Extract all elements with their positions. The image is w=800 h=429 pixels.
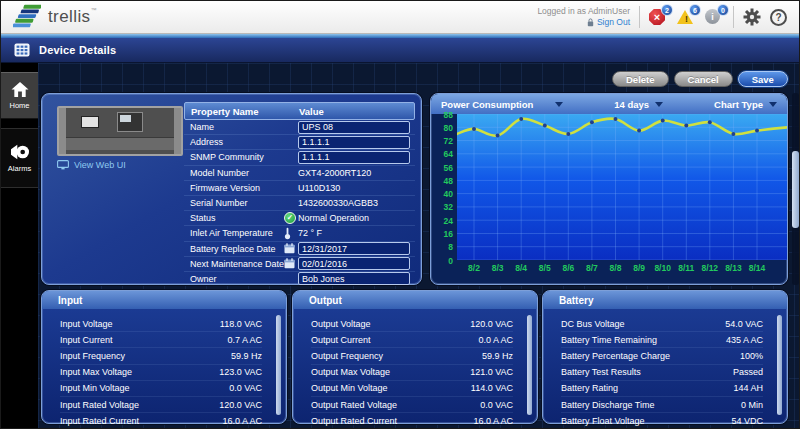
trellis-app: trellis™ Logged in as AdminUser Sign Out… <box>0 0 800 429</box>
property-label: Next Maintenance Date <box>184 259 284 269</box>
settings-button[interactable] <box>743 8 761 26</box>
property-row-status: Status✓Normal Operation <box>184 211 415 226</box>
icon-slot <box>284 258 298 269</box>
chart-range-dropdown[interactable]: 14 days <box>614 99 663 110</box>
property-label: Model Number <box>184 168 284 178</box>
calendar-icon <box>284 258 295 269</box>
ups-display <box>81 116 99 128</box>
metric-row-input-frequency: Input Frequency59.9 Hz <box>60 348 262 364</box>
x-axis-tick: 8/12 <box>697 263 723 273</box>
property-input-next-maintenance-date[interactable] <box>298 257 410 270</box>
panel-title: Input <box>42 291 286 309</box>
save-button[interactable]: Save <box>738 71 788 87</box>
sidebar-item-label: Alarms <box>8 164 31 173</box>
metric-value: 120.0 VAC <box>219 400 262 410</box>
metric-row-input-min-voltage: Input Min Voltage0.0 VAC <box>60 381 262 397</box>
x-axis-tick: 8/10 <box>650 263 676 273</box>
cancel-button[interactable]: Cancel <box>674 71 733 87</box>
chevron-down-icon <box>769 102 777 107</box>
gear-icon <box>743 8 761 26</box>
top-bar-right: Logged in as AdminUser Sign Out × 2 <box>537 6 787 28</box>
metric-value: 0.0 A AC <box>478 335 513 345</box>
divider <box>733 6 734 28</box>
trellis-logo[interactable]: trellis™ <box>13 4 97 30</box>
metric-label: Input Frequency <box>60 351 125 361</box>
device-properties-panel: View Web UI Property Name Value NameAddr… <box>41 93 422 285</box>
brand-text: trellis™ <box>48 7 97 27</box>
metric-label: Battery Percentage Charge <box>561 351 670 361</box>
chart-type-dropdown[interactable]: Chart Type <box>714 99 777 110</box>
x-axis-tick: 8/2 <box>461 263 487 273</box>
metric-label: DC Bus Voltage <box>561 319 625 329</box>
page-title-bar: Device Details <box>1 38 799 63</box>
page-scrollbar-thumb[interactable] <box>792 151 799 228</box>
x-axis-tick: 8/13 <box>720 263 746 273</box>
metric-value: 0.7 A AC <box>227 335 262 345</box>
sign-out-link[interactable]: Sign Out <box>537 17 630 28</box>
metric-value: Passed <box>733 367 763 377</box>
login-block: Logged in as AdminUser Sign Out <box>537 6 630 28</box>
metric-value: 120.0 VAC <box>470 319 513 329</box>
x-axis-tick: 8/3 <box>485 263 511 273</box>
metric-label: Input Min Voltage <box>60 383 130 393</box>
metric-row-battery-time-remaining: Battery Time Remaining435 A AC <box>561 332 763 348</box>
metric-value: 144 AH <box>733 383 763 393</box>
metric-label: Battery Time Remaining <box>561 335 657 345</box>
property-input-name[interactable] <box>298 121 410 134</box>
metric-label: Input Rated Current <box>60 416 139 426</box>
alert-summary: × 2 ! 6 i 0 <box>649 8 724 26</box>
home-icon <box>10 81 30 98</box>
metric-row-battery-test-results: Battery Test ResultsPassed <box>561 365 763 381</box>
metric-rows: Output Voltage120.0 VACOutput Current0.0… <box>293 309 537 423</box>
scrollbar-thumb[interactable] <box>527 315 532 415</box>
x-axis-tick: 8/8 <box>603 263 629 273</box>
metric-row-output-rated-current: Output Rated Current16.0 A AC <box>311 413 513 428</box>
battery-metrics-panel: Battery DC Bus Voltage54.0 VACBattery Ti… <box>542 290 788 424</box>
rack-ear <box>174 108 181 154</box>
property-input-owner[interactable] <box>298 272 410 285</box>
property-input-battery-replace-date[interactable] <box>298 242 410 255</box>
view-web-ui-link[interactable]: View Web UI <box>57 160 126 170</box>
metric-row-input-current: Input Current0.7 A AC <box>60 332 262 348</box>
monitor-icon <box>57 160 69 170</box>
chevron-down-icon <box>555 102 563 107</box>
property-label: Inlet Air Temperature <box>184 228 284 238</box>
property-input-address[interactable] <box>298 136 410 149</box>
chart-metric-dropdown[interactable]: Power Consumption <box>441 99 563 110</box>
y-axis-tick: 16 <box>431 229 453 239</box>
warning-alerts-button[interactable]: ! 6 <box>677 8 696 26</box>
metric-value: 54 VDC <box>731 416 763 426</box>
delete-button[interactable]: Delete <box>612 71 669 87</box>
y-axis-tick: 72 <box>431 136 453 146</box>
metric-label: Battery Test Results <box>561 367 641 377</box>
scrollbar-thumb[interactable] <box>777 315 782 415</box>
scrollbar-thumb[interactable] <box>276 315 281 415</box>
property-value: GXT4-2000RT120 <box>298 168 371 178</box>
sidebar-item-label: Home <box>9 101 29 110</box>
y-axis-tick: 0 <box>431 256 453 266</box>
sidebar-item-home[interactable]: Home <box>1 72 38 119</box>
icon-slot <box>284 227 298 240</box>
page-scrollbar-track[interactable] <box>792 93 799 285</box>
info-count-badge: 0 <box>717 4 729 16</box>
metric-value: 121.0 VAC <box>470 367 513 377</box>
y-axis-tick: 88 <box>431 110 453 120</box>
info-alerts-button[interactable]: i 0 <box>705 8 724 26</box>
sidebar-item-alarms[interactable]: Alarms <box>1 128 38 188</box>
metric-row-battery-discharge-time: Battery Discharge Time0 Min <box>561 397 763 413</box>
property-label: Status <box>184 213 284 223</box>
metric-value: 0.0 VAC <box>229 383 262 393</box>
rack-ear <box>59 108 66 154</box>
metric-row-output-frequency: Output Frequency59.9 Hz <box>311 348 513 364</box>
help-button[interactable]: ? <box>770 9 787 26</box>
y-axis-tick: 8 <box>431 242 453 252</box>
metric-label: Output Max Voltage <box>311 367 390 377</box>
power-consumption-chart-panel: Power Consumption 14 days Chart Type 888… <box>430 93 788 285</box>
critical-alerts-button[interactable]: × 2 <box>649 8 668 26</box>
warning-count-badge: 6 <box>689 4 701 16</box>
metric-row-input-voltage: Input Voltage118.0 VAC <box>60 316 262 332</box>
property-input-snmp-community[interactable] <box>298 151 410 164</box>
page-title: Device Details <box>39 44 116 56</box>
metric-row-battery-percentage-charge: Battery Percentage Charge100% <box>561 348 763 364</box>
y-axis-tick: 40 <box>431 189 453 199</box>
